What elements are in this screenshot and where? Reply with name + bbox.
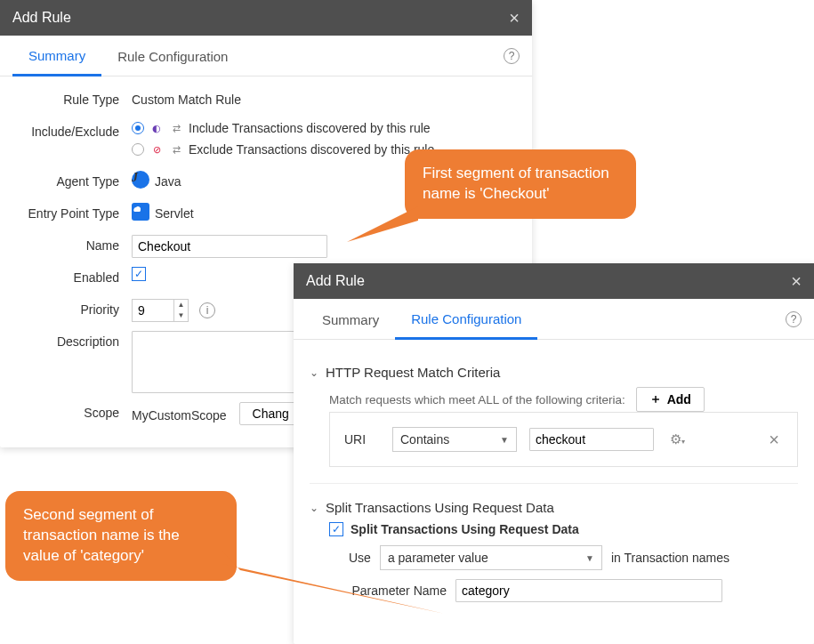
- name-input[interactable]: [132, 235, 327, 258]
- exclude-icon: ⊘: [149, 142, 164, 157]
- value-scope: MyCustomScope: [132, 405, 227, 423]
- value-rule-type: Custom Match Rule: [132, 89, 516, 107]
- chevron-down-icon[interactable]: ▼: [174, 310, 188, 321]
- condition-value: Contains: [400, 432, 449, 447]
- help-icon[interactable]: ?: [504, 48, 520, 64]
- chevron-down-icon: ▼: [500, 435, 509, 445]
- arrows-icon: ⇄: [169, 121, 183, 135]
- plus-icon: ＋: [649, 391, 662, 407]
- add-btn-label: Add: [667, 392, 691, 407]
- section-split-transactions[interactable]: ⌄ Split Transactions Using Request Data: [310, 500, 798, 515]
- tab-rule-configuration[interactable]: Rule Configuration: [395, 299, 537, 340]
- callout-first-segment: First segment of transaction name is 'Ch…: [405, 149, 636, 219]
- callout-second-segment: Second segment of transaction name is th…: [5, 491, 237, 581]
- tab-rule-configuration[interactable]: Rule Configuration: [101, 36, 244, 75]
- tab-summary[interactable]: Summary: [306, 300, 395, 338]
- label-rule-type: Rule Type: [16, 89, 132, 107]
- priority-stepper[interactable]: ▲▼: [132, 299, 189, 322]
- split-checkbox-label: Split Transactions Using Request Data: [351, 522, 579, 536]
- condition-select[interactable]: Contains ▼: [392, 427, 517, 452]
- criteria-row: URI Contains ▼ ⚙▾ ×: [329, 412, 798, 467]
- http-criteria-heading: HTTP Request Match Criteria: [326, 365, 500, 380]
- close-icon[interactable]: ×: [791, 272, 802, 290]
- tab-summary[interactable]: Summary: [12, 36, 101, 76]
- dialog-header: Add Rule ×: [294, 263, 814, 299]
- label-agent-type: Agent Type: [16, 171, 132, 189]
- java-icon: J: [132, 171, 149, 189]
- priority-input[interactable]: [133, 300, 173, 321]
- split-checkbox[interactable]: ✓: [329, 522, 343, 536]
- close-icon[interactable]: ×: [509, 9, 520, 27]
- value-agent-type: Java: [155, 171, 181, 189]
- help-icon[interactable]: ?: [786, 311, 802, 327]
- chevron-down-icon: ▼: [585, 553, 594, 563]
- servlet-icon: [132, 203, 149, 221]
- add-rule-dialog-config: Add Rule × Summary Rule Configuration ? …: [294, 263, 814, 644]
- chevron-up-icon[interactable]: ▲: [174, 300, 188, 310]
- enabled-checkbox[interactable]: ✓: [132, 267, 146, 281]
- label-name: Name: [16, 235, 132, 253]
- label-description: Description: [16, 331, 132, 349]
- section-http-criteria[interactable]: ⌄ HTTP Request Match Criteria: [310, 365, 798, 380]
- use-label: Use: [349, 551, 371, 565]
- radio-exclude[interactable]: [132, 143, 144, 156]
- uri-label: URI: [344, 432, 380, 447]
- chevron-down-icon: ⌄: [310, 366, 318, 379]
- exclude-text: Exclude Transactions discovered by this …: [189, 142, 434, 157]
- divider: [310, 483, 798, 484]
- use-select[interactable]: a parameter value ▼: [380, 545, 602, 570]
- gear-icon[interactable]: ⚙▾: [666, 431, 689, 447]
- radio-include[interactable]: [132, 122, 144, 134]
- include-icon: ◐: [149, 121, 164, 135]
- param-name-input[interactable]: [455, 579, 722, 602]
- use-value: a parameter value: [388, 551, 488, 565]
- dialog-title: Add Rule: [306, 273, 365, 289]
- arrows-icon: ⇄: [169, 142, 183, 157]
- config-body: ⌄ HTTP Request Match Criteria Match requ…: [294, 340, 814, 624]
- tabs: Summary Rule Configuration ?: [0, 36, 532, 76]
- dialog-header: Add Rule ×: [0, 0, 532, 36]
- remove-criteria-icon[interactable]: ×: [765, 430, 783, 450]
- include-text: Include Transactions discovered by this …: [189, 121, 431, 135]
- uri-value-input[interactable]: [529, 428, 654, 451]
- chevron-down-icon: ⌄: [310, 502, 318, 514]
- dialog-title: Add Rule: [12, 10, 71, 26]
- label-scope: Scope: [16, 402, 132, 420]
- split-heading: Split Transactions Using Request Data: [326, 500, 554, 515]
- http-hint: Match requests which meet ALL of the fol…: [329, 393, 625, 407]
- label-priority: Priority: [16, 299, 132, 317]
- priority-help-icon[interactable]: i: [199, 302, 215, 318]
- label-entry-point-type: Entry Point Type: [16, 203, 132, 221]
- tabs: Summary Rule Configuration ?: [294, 299, 814, 340]
- label-include-exclude: Include/Exclude: [16, 121, 132, 139]
- label-enabled: Enabled: [16, 267, 132, 285]
- add-criteria-button[interactable]: ＋ Add: [636, 387, 705, 412]
- value-entry-point-type: Servlet: [155, 203, 194, 221]
- use-suffix: in Transaction names: [611, 551, 729, 565]
